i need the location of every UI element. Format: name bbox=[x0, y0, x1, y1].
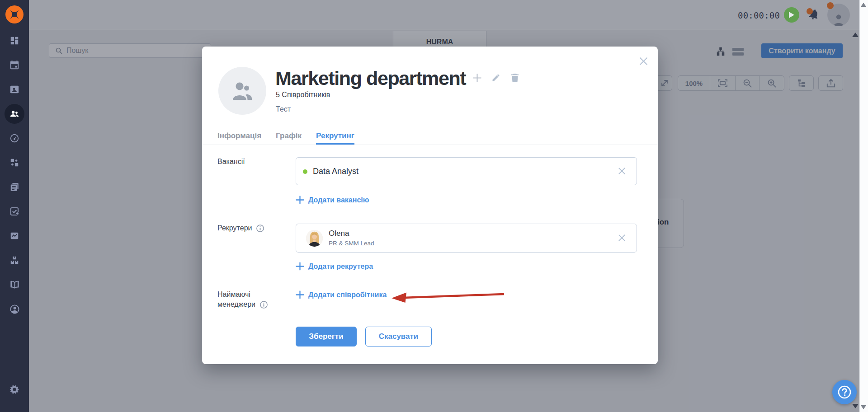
add-employee-label: Додати співробітника bbox=[308, 291, 387, 299]
sidebar-item-profile[interactable] bbox=[0, 297, 29, 321]
recruiter-name: Olena bbox=[329, 229, 349, 238]
close-icon bbox=[618, 234, 626, 242]
hurma-x-logo-icon bbox=[9, 9, 20, 20]
sidebar-item-employees[interactable] bbox=[0, 77, 29, 102]
trash-icon bbox=[511, 73, 519, 82]
tab-schedule[interactable]: Графік bbox=[276, 131, 302, 145]
app-window: 00:00:00 HURMA Створити команду bbox=[0, 0, 868, 412]
info-icon[interactable] bbox=[260, 301, 268, 310]
add-vacancy-label: Додати вакансію bbox=[308, 196, 369, 204]
pencil-icon bbox=[491, 73, 500, 82]
tab-recruiting[interactable]: Рекрутинг bbox=[316, 131, 354, 145]
sidebar-item-performance[interactable] bbox=[0, 126, 29, 150]
org-structure-icon bbox=[9, 158, 19, 168]
vacancies-label: Вакансії bbox=[217, 158, 245, 166]
sidebar-item-teams[interactable] bbox=[0, 102, 29, 126]
hurma-logo[interactable] bbox=[5, 5, 24, 23]
recruiter-item: Olena PR & SMM Lead bbox=[296, 224, 637, 253]
modal-actions: Зберегти Скасувати bbox=[296, 327, 432, 346]
vacancy-status-dot bbox=[303, 169, 307, 174]
sidebar-item-calendar[interactable] bbox=[0, 53, 29, 77]
knowledge-book-icon bbox=[9, 280, 20, 290]
vacancy-name: Data Analyst bbox=[313, 167, 359, 176]
sidebar-item-inventory[interactable] bbox=[0, 248, 29, 272]
people-icon bbox=[231, 81, 254, 101]
plus-icon bbox=[296, 290, 304, 299]
employee-card-icon bbox=[9, 84, 19, 94]
sidebar-item-structure[interactable] bbox=[0, 150, 29, 175]
people-icon bbox=[9, 108, 20, 119]
info-icon[interactable] bbox=[256, 225, 264, 234]
department-title: Marketing department bbox=[275, 67, 466, 89]
gear-icon bbox=[9, 384, 20, 395]
save-button[interactable]: Зберегти bbox=[296, 327, 357, 346]
hiring-managers-label-line1: Наймаючі bbox=[217, 290, 250, 299]
gauge-icon bbox=[9, 133, 19, 143]
sidebar bbox=[0, 0, 29, 412]
add-employee-link[interactable]: Додати співробітника bbox=[296, 290, 387, 299]
department-modal: Marketing department 5 Співробітників Те… bbox=[202, 47, 658, 364]
add-recruiter-link[interactable]: Додати рекрутера bbox=[296, 262, 373, 271]
close-icon bbox=[618, 167, 626, 175]
plus-icon bbox=[472, 73, 482, 83]
add-department-button[interactable] bbox=[472, 73, 482, 83]
dashboard-icon bbox=[9, 36, 19, 46]
employees-count: 5 Співробітників bbox=[276, 91, 330, 99]
close-icon bbox=[639, 56, 648, 66]
page-scrollbar[interactable] bbox=[859, 0, 868, 412]
recruiter-position: PR & SMM Lead bbox=[329, 240, 374, 247]
sidebar-item-news[interactable] bbox=[0, 175, 29, 199]
scrollbar-down-arrow[interactable] bbox=[861, 405, 866, 409]
help-button[interactable] bbox=[832, 380, 857, 404]
red-arrow-annotation bbox=[385, 284, 509, 306]
play-icon bbox=[788, 11, 795, 19]
tasks-icon bbox=[9, 206, 19, 216]
edit-department-button[interactable] bbox=[491, 73, 501, 83]
plus-icon bbox=[296, 262, 304, 271]
remove-vacancy-button[interactable] bbox=[618, 167, 627, 176]
hiring-managers-label-line2: менеджери bbox=[217, 300, 268, 310]
add-vacancy-link[interactable]: Додати вакансію bbox=[296, 196, 369, 204]
sidebar-item-knowledge[interactable] bbox=[0, 272, 29, 297]
modules-icon bbox=[9, 255, 19, 265]
tabs-divider bbox=[202, 145, 658, 145]
modal-tabs: Інформація Графік Рекрутинг bbox=[217, 131, 354, 145]
profile-icon bbox=[9, 304, 20, 314]
title-actions bbox=[472, 73, 520, 83]
calendar-icon bbox=[9, 60, 19, 70]
vacancy-item: Data Analyst bbox=[296, 157, 637, 185]
department-avatar bbox=[218, 67, 266, 115]
sidebar-item-analytics[interactable] bbox=[0, 224, 29, 248]
question-icon bbox=[836, 384, 853, 401]
department-subtitle: Тест bbox=[276, 105, 291, 113]
modal-close-button[interactable] bbox=[637, 55, 650, 67]
chart-icon bbox=[9, 231, 19, 241]
delete-department-button[interactable] bbox=[510, 73, 520, 83]
photo-olena bbox=[306, 230, 323, 247]
tab-information[interactable]: Інформація bbox=[217, 131, 261, 145]
sidebar-item-settings[interactable] bbox=[0, 377, 29, 402]
recruiter-photo bbox=[306, 230, 323, 247]
sidebar-item-tasks[interactable] bbox=[0, 199, 29, 224]
scrollbar-up-arrow[interactable] bbox=[861, 3, 866, 7]
recruiters-label: Рекрутери bbox=[217, 224, 264, 234]
add-recruiter-label: Додати рекрутера bbox=[308, 262, 373, 271]
news-icon bbox=[9, 182, 19, 192]
remove-recruiter-button[interactable] bbox=[618, 234, 627, 243]
plus-icon bbox=[296, 196, 304, 204]
start-timer-button[interactable] bbox=[784, 7, 799, 23]
sidebar-item-dashboard[interactable] bbox=[0, 28, 29, 53]
cancel-button[interactable]: Скасувати bbox=[365, 327, 432, 346]
